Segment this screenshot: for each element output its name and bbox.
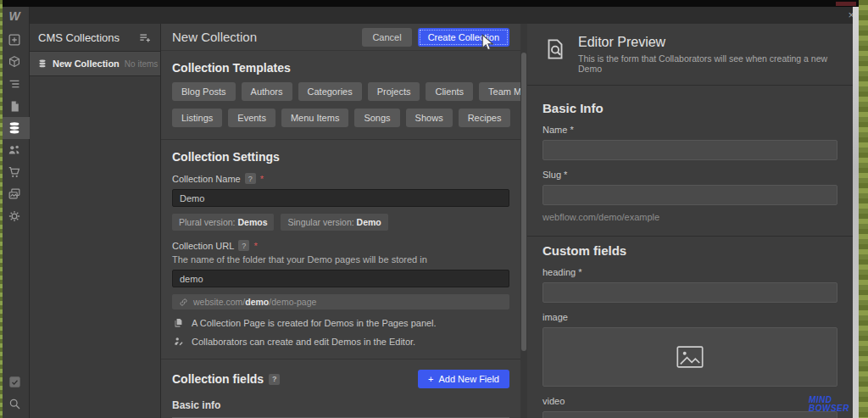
pages-note-text: A Collection Page is created for Demos i…	[192, 318, 437, 328]
main-panel-scrollbar[interactable]	[520, 24, 527, 418]
required-asterisk: *	[253, 241, 257, 251]
basic-info-heading: Basic Info	[542, 101, 837, 115]
preview-name-input[interactable]	[542, 140, 837, 160]
version-tags: Plural version: Demos Singular version: …	[172, 214, 509, 231]
template-button[interactable]: Projects	[368, 82, 420, 101]
editor-preview-titles: Editor Preview This is the form that Col…	[578, 35, 837, 74]
page-title: New Collection	[172, 30, 356, 44]
preview-name-label: Name *	[542, 125, 837, 135]
cms-panel-title: CMS Collections	[38, 31, 137, 44]
cancel-button[interactable]: Cancel	[362, 28, 411, 47]
collection-name-label: Collection Name ? *	[172, 173, 509, 184]
add-element-icon[interactable]	[0, 29, 30, 51]
preview-image-label: image	[542, 312, 837, 322]
collection-url-label: Collection URL ? *	[172, 240, 509, 251]
new-collection-panel: New Collection Cancel Create Collection …	[161, 24, 520, 418]
template-button[interactable]: Menu Items	[281, 109, 348, 127]
preview-image-dropzone[interactable]	[542, 327, 837, 387]
editor-preview-panel: Editor Preview This is the form that Col…	[527, 24, 853, 418]
left-toolbar: W	[0, 7, 30, 418]
preview-slug-input[interactable]	[542, 185, 837, 205]
publish-check-icon[interactable]	[0, 371, 30, 393]
collection-item-name: New Collection	[53, 59, 120, 69]
components-icon[interactable]	[0, 51, 30, 73]
add-collection-icon[interactable]	[137, 31, 152, 45]
browser-scrollbar[interactable]	[853, 7, 859, 418]
help-icon[interactable]: ?	[269, 374, 280, 385]
template-button[interactable]: Authors	[242, 82, 292, 101]
image-placeholder-icon	[676, 345, 704, 369]
pages-icon[interactable]	[0, 95, 30, 117]
url-preview-bar: website.com/demo/demo-page	[172, 294, 509, 309]
required-asterisk: *	[260, 174, 264, 184]
users-icon[interactable]	[0, 139, 30, 161]
template-button[interactable]: Recipes	[459, 109, 511, 127]
navigator-icon[interactable]	[0, 73, 30, 95]
video-progress-segment	[836, 2, 856, 6]
template-button[interactable]: Clients	[426, 82, 473, 101]
template-button[interactable]: Blog Posts	[172, 82, 236, 101]
collection-templates-section: Collection Templates Blog Posts Authors …	[161, 51, 520, 140]
preview-slug-help: webflow.com/demo/example	[542, 212, 837, 222]
preview-heading-input[interactable]	[542, 282, 837, 303]
collection-url-help: The name of the folder that your Demo pa…	[172, 254, 509, 265]
collaborators-note: Collaborators can create and edit Demos …	[172, 336, 509, 347]
plural-version-tag: Plural version: Demos	[172, 214, 274, 231]
video-edge-artifact-left	[0, 0, 3, 418]
preview-slug-label: Slug *	[542, 170, 837, 180]
ecommerce-cart-icon[interactable]	[0, 161, 30, 183]
template-button[interactable]: Songs	[354, 109, 399, 127]
template-button[interactable]: Shows	[406, 109, 453, 127]
mindbowser-watermark: MIND BOWSER	[809, 396, 849, 413]
collection-item-count: No items	[125, 59, 158, 69]
singular-version-tag: Singular version: Demo	[281, 214, 387, 231]
fields-header-row: Collection fields? + Add New Field	[172, 370, 509, 388]
templates-heading: Collection Templates	[172, 61, 509, 75]
assets-icon[interactable]	[0, 183, 30, 205]
editor-preview-title: Editor Preview	[578, 35, 837, 50]
templates-row-1: Blog Posts Authors Categories Projects C…	[172, 82, 509, 101]
editor-preview-icon	[542, 36, 568, 74]
add-new-field-button[interactable]: + Add New Field	[418, 370, 509, 388]
plus-icon: +	[428, 374, 433, 384]
settings-heading: Collection Settings	[172, 150, 509, 164]
settings-gear-icon[interactable]	[0, 205, 30, 227]
help-icon[interactable]: ?	[245, 173, 256, 184]
preview-video-label: video	[542, 396, 837, 406]
scrollbar-thumb[interactable]	[521, 53, 526, 351]
titlebar: ×	[30, 7, 868, 24]
pages-note: A Collection Page is created for Demos i…	[172, 317, 509, 328]
video-edge-artifact	[859, 0, 868, 418]
template-button[interactable]: Team Members	[479, 82, 520, 101]
editor-preview-body: Basic Info Name * Slug * webflow.com/dem…	[527, 86, 853, 418]
collection-url-input[interactable]	[172, 270, 509, 287]
collection-db-icon	[37, 59, 47, 69]
main-panel-header: New Collection Cancel Create Collection	[161, 24, 520, 51]
collection-name-input[interactable]	[172, 189, 509, 207]
collaborators-note-text: Collaborators can create and edit Demos …	[192, 337, 415, 347]
pages-copy-icon	[172, 317, 185, 328]
zoom-icon[interactable]	[0, 393, 30, 415]
editor-preview-header: Editor Preview This is the form that Col…	[527, 24, 853, 86]
custom-fields-heading: Custom fields	[542, 243, 837, 258]
fields-heading: Collection fields?	[172, 372, 418, 386]
mouse-cursor	[481, 34, 494, 55]
template-button[interactable]: Listings	[172, 109, 222, 127]
collaborator-edit-icon	[172, 336, 185, 347]
webflow-designer-window: × W	[0, 0, 868, 418]
help-icon[interactable]: ?	[238, 240, 249, 251]
create-collection-button[interactable]: Create Collection	[418, 28, 509, 47]
templates-row-2: Listings Events Menu Items Songs Shows R…	[172, 109, 509, 127]
collection-list-item[interactable]: New Collection No items ›	[30, 51, 160, 76]
video-top-strip	[0, 0, 868, 7]
webflow-logo[interactable]: W	[8, 7, 19, 25]
collection-fields-section: Collection fields? + Add New Field Basic…	[161, 359, 520, 418]
preview-video-input[interactable]	[542, 411, 837, 418]
template-button[interactable]: Categories	[298, 82, 362, 101]
basic-info-group-label: Basic info	[172, 399, 509, 411]
preview-heading-label: heading *	[542, 267, 837, 277]
link-icon	[179, 298, 188, 307]
cms-collections-icon[interactable]	[0, 117, 30, 139]
section-divider	[527, 236, 853, 237]
template-button[interactable]: Events	[228, 109, 275, 127]
